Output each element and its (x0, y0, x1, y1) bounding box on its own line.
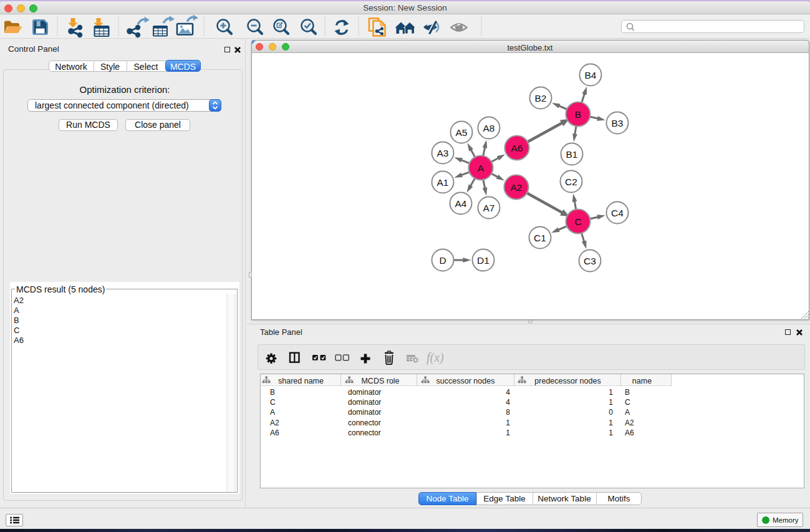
svg-text:A6: A6 (511, 143, 523, 153)
svg-text:f(x): f(x) (427, 351, 444, 365)
svg-text:A3: A3 (437, 148, 449, 158)
svg-text:A7: A7 (483, 203, 495, 213)
svg-text:B3: B3 (612, 118, 624, 128)
svg-text:B2: B2 (535, 93, 547, 104)
svg-text:A5: A5 (456, 127, 468, 138)
svg-text:A2: A2 (511, 182, 523, 193)
svg-text:B: B (575, 109, 581, 120)
svg-text:A4: A4 (455, 198, 467, 209)
svg-text:C3: C3 (584, 256, 596, 266)
svg-text:C1: C1 (534, 233, 546, 243)
svg-text:B4: B4 (585, 70, 597, 80)
svg-text:C2: C2 (565, 177, 577, 187)
svg-text:A: A (478, 163, 485, 173)
svg-text:A8: A8 (483, 123, 495, 133)
svg-text:C4: C4 (611, 208, 624, 218)
svg-text:A1: A1 (437, 177, 449, 188)
svg-text:C: C (574, 216, 581, 227)
svg-text:D1: D1 (477, 255, 489, 266)
svg-text:B1: B1 (566, 149, 578, 160)
svg-text:D: D (439, 255, 446, 266)
